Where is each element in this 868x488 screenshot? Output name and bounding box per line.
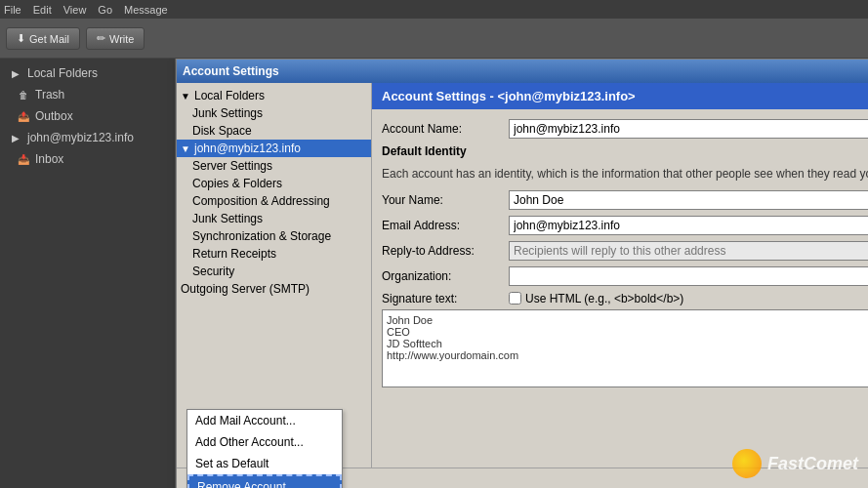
sidebar-item-account[interactable]: ▶ john@mybiz123.info	[0, 127, 175, 148]
your-name-input[interactable]	[509, 190, 868, 210]
toolbar: ⬇ Get Mail ✏ Write	[0, 20, 868, 59]
use-html-label: Use HTML (e.g., <b>bold</b>)	[509, 292, 683, 305]
email-label: Email Address:	[382, 219, 509, 232]
your-name-row: Your Name:	[382, 190, 868, 210]
trash-icon: 🗑	[16, 87, 31, 102]
write-button[interactable]: ✏ Write	[86, 27, 145, 50]
sidebar-item-trash[interactable]: 🗑 Trash	[0, 84, 175, 105]
signature-content: John Doe CEO JD Softtech http://www.your…	[387, 314, 868, 361]
folder-expand-icon: ▶	[8, 65, 23, 81]
sidebar-item-label: Inbox	[35, 152, 63, 166]
account-name-input[interactable]	[509, 119, 868, 139]
get-mail-button[interactable]: ⬇ Get Mail	[6, 27, 80, 50]
sidebar: ▶ Local Folders 🗑 Trash 📤 Outbox ▶ john@…	[0, 59, 176, 488]
settings-header: Account Settings - <john@mybiz123.info>	[372, 83, 868, 109]
org-label: Organization:	[382, 269, 509, 283]
fastcomet-logo	[732, 449, 762, 478]
signature-label: Signature text:	[382, 292, 509, 305]
expand-icon: ▼	[181, 91, 192, 102]
tree-item-label: Junk Settings	[192, 106, 263, 120]
signature-row: Signature text: Use HTML (e.g., <b>bold<…	[382, 292, 868, 305]
identity-description: Each account has an identity, which is t…	[382, 166, 868, 183]
tree-item-junk-settings-lf[interactable]: Junk Settings	[177, 104, 371, 122]
email-row: Email Address:	[382, 216, 868, 235]
org-row: Organization:	[382, 266, 868, 286]
tree-item-copies-folders[interactable]: Copies & Folders	[177, 175, 371, 192]
signature-textarea[interactable]: John Doe CEO JD Softtech http://www.your…	[382, 309, 868, 387]
tree-item-junk-settings[interactable]: Junk Settings	[177, 210, 371, 227]
dialog-titlebar: Account Settings ✕	[177, 60, 868, 83]
account-name-label: Account Name:	[382, 122, 509, 136]
tree-item-label: Synchronization & Storage	[192, 229, 331, 243]
menu-item-add-other[interactable]: Add Other Account...	[187, 431, 342, 453]
menu-item-add-mail[interactable]: Add Mail Account...	[187, 410, 342, 431]
tree-item-label: Local Folders	[194, 89, 265, 102]
reply-to-row: Reply-to Address:	[382, 241, 868, 261]
tree-item-local-folders[interactable]: ▼ Local Folders	[177, 87, 371, 104]
menu-view[interactable]: View	[63, 4, 87, 16]
tree-item-outgoing-smtp[interactable]: Outgoing Server (SMTP)	[177, 280, 371, 298]
menu-bar: File Edit View Go Message	[0, 0, 868, 20]
tree-item-label: Return Receipts	[192, 247, 276, 261]
tree-item-label: Server Settings	[192, 159, 272, 173]
account-icon: ▶	[8, 130, 23, 145]
dialog-title: Account Settings	[183, 64, 279, 78]
inbox-icon: 📥	[16, 151, 31, 167]
menu-edit[interactable]: Edit	[33, 4, 52, 16]
mail-client: File Edit View Go Message ⬇ Get Mail ✏ W…	[0, 0, 868, 488]
reply-to-input[interactable]	[509, 241, 868, 261]
sidebar-item-local-folders[interactable]: ▶ Local Folders	[0, 62, 175, 84]
tree-item-return-receipts[interactable]: Return Receipts	[177, 245, 371, 263]
account-actions-menu: Add Mail Account... Add Other Account...…	[186, 409, 343, 489]
menu-file[interactable]: File	[4, 4, 21, 16]
account-name-row: Account Name:	[382, 119, 868, 139]
get-mail-icon: ⬇	[17, 32, 25, 45]
tree-item-label: Security	[192, 264, 234, 278]
tree-item-label: Copies & Folders	[192, 177, 282, 190]
watermark-text: FastComet	[767, 454, 858, 474]
sidebar-item-label: Outbox	[35, 109, 73, 123]
reply-to-label: Reply-to Address:	[382, 244, 509, 258]
settings-title: Account Settings - <john@mybiz123.info>	[382, 89, 636, 103]
account-settings-dialog: Account Settings ✕ ▼ Local Folders	[176, 59, 868, 488]
write-icon: ✏	[97, 32, 105, 45]
tree-item-label: Disk Space	[192, 124, 252, 138]
sidebar-item-label: john@mybiz123.info	[27, 131, 134, 144]
menu-message[interactable]: Message	[124, 4, 168, 16]
tree-item-label: Outgoing Server (SMTP)	[181, 282, 310, 296]
main-area: Account Settings ✕ ▼ Local Folders	[176, 59, 868, 488]
tree-item-label: Junk Settings	[192, 212, 263, 225]
tree-item-security[interactable]: Security	[177, 263, 371, 280]
tree-item-server-settings[interactable]: Server Settings	[177, 157, 371, 175]
tree-item-label: john@mybiz123.info	[194, 142, 301, 155]
use-html-checkbox[interactable]	[509, 292, 521, 305]
tree-item-sync-storage[interactable]: Synchronization & Storage	[177, 227, 371, 245]
org-input[interactable]	[509, 266, 868, 286]
default-identity-title: Default Identity	[382, 144, 868, 158]
sidebar-item-inbox[interactable]: 📥 Inbox	[0, 148, 175, 170]
settings-panel: Account Settings - <john@mybiz123.info> …	[372, 83, 868, 468]
expand-icon: ▼	[181, 143, 192, 154]
menu-item-remove-account[interactable]: Remove Account	[187, 474, 342, 489]
menu-item-set-default[interactable]: Set as Default	[187, 453, 342, 474]
sidebar-item-label: Local Folders	[27, 66, 98, 80]
email-input[interactable]	[509, 216, 868, 235]
watermark: FastComet	[732, 449, 858, 478]
your-name-label: Your Name:	[382, 193, 509, 207]
tree-item-account[interactable]: ▼ john@mybiz123.info	[177, 140, 371, 157]
tree-item-disk-space[interactable]: Disk Space	[177, 122, 371, 140]
tree-item-label: Composition & Addressing	[192, 194, 330, 208]
settings-content: Account Name: Default Identity Each acco…	[372, 109, 868, 468]
sidebar-item-label: Trash	[35, 88, 64, 102]
content-area: ▶ Local Folders 🗑 Trash 📤 Outbox ▶ john@…	[0, 59, 868, 488]
menu-go[interactable]: Go	[98, 4, 112, 16]
sidebar-item-outbox[interactable]: 📤 Outbox	[0, 105, 175, 127]
outbox-icon: 📤	[16, 108, 31, 124]
tree-item-composition-addressing[interactable]: Composition & Addressing	[177, 192, 371, 210]
